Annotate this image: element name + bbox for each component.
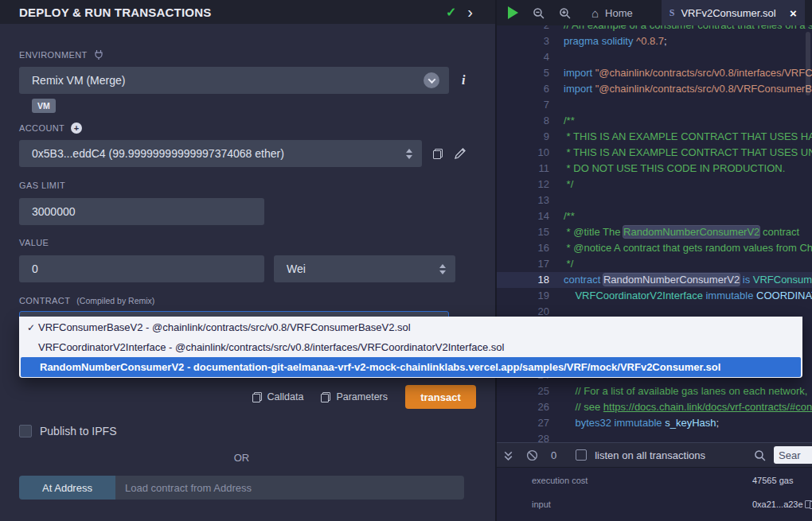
contract-label: CONTRACT [19,296,70,305]
copy-account-icon[interactable] [433,149,443,159]
tab-vrfv2consumer[interactable]: S VRFv2Consumer.sol × [662,0,805,25]
transact-button[interactable]: transact [405,385,476,409]
line-content: */ [564,177,573,192]
line-number: 13 [497,192,557,208]
line-content: */ [564,256,573,272]
at-address-button[interactable]: At Address [19,476,115,500]
line-number: 27 [497,415,557,431]
value-unit-select[interactable]: Wei [274,255,455,282]
tab-file-label: VRFv2Consumer.sol [681,7,775,19]
copy-icon[interactable] [810,500,812,509]
terminal-search-input[interactable] [774,446,812,464]
publish-row: Publish to IPFS [19,425,476,437]
code-line: 8/** [497,113,812,129]
code-line: 16 * @notice A contract that gets random… [497,240,812,256]
copy-calldata-button[interactable]: Calldata [252,391,304,402]
terminal-output: execution cost47565 gasinput0xa21...a23e [497,468,812,521]
terminal-toolbar: 0 listen on all transactions [497,442,812,468]
at-address-input[interactable] [115,476,464,500]
select-stepper-icon [406,149,412,159]
success-check-icon: ✓ [446,5,456,20]
code-line: 15 * @title The RandomNumberConsumerV2 c… [497,224,812,240]
line-number: 25 [497,383,557,399]
terminal-row-key: input [532,500,752,509]
code-line: 7 [497,97,812,113]
line-content: bytes32 immutable s_keyHash; [564,415,719,431]
code-line: 6import "@chainlink/contracts/src/v0.8/V… [497,81,812,97]
edit-account-icon[interactable] [454,147,467,160]
editor-scrollbar[interactable] [806,32,810,95]
line-number: 5 [497,65,557,81]
chevron-right-icon[interactable]: › [467,4,473,20]
environment-select[interactable]: Remix VM (Merge) [19,67,449,94]
code-line: 13 [497,192,812,208]
check-icon: ✓ [24,322,38,333]
line-number: 3 [497,33,557,49]
gas-limit-input[interactable] [19,198,264,225]
line-number: 10 [497,145,557,161]
account-select[interactable]: 0x5B3...eddC4 (99.99999999999997374068 e… [19,140,422,167]
close-tab-icon[interactable]: × [790,7,797,19]
environment-label-row: ENVIRONMENT [19,49,476,60]
line-number: 8 [497,113,557,129]
panel-title: DEPLOY & RUN TRANSACTIONS [19,6,211,19]
copy-icon [252,392,262,402]
contract-label-row: CONTRACT (Compiled by Remix) [19,295,476,306]
line-content: contract RandomNumberConsumerV2 is VRFCo… [564,272,812,288]
plug-icon [94,49,103,60]
line-content: * THIS IS AN EXAMPLE CONTRACT THAT USES … [564,129,812,145]
transaction-count-badge: 0 [551,449,556,461]
code-lines: 2// An example of a consumer contract th… [497,25,812,442]
line-content: /** [564,113,575,129]
tab-home[interactable]: ⌂ Home [584,0,641,25]
line-content: // An example of a consumer contract tha… [564,25,812,33]
terminal-rows: execution cost47565 gasinput0xa21...a23e [532,476,812,509]
value-unit: Wei [287,262,306,275]
listen-all-transactions-checkbox[interactable] [576,449,587,461]
value-label: VALUE [19,237,476,248]
line-content: // see https://docs.chain.link/docs/vrf-… [564,399,812,415]
line-number: 18 [497,272,557,288]
line-number: 19 [497,288,557,304]
code-line: 26 // see https://docs.chain.link/docs/v… [497,399,812,415]
select-stepper-icon [439,264,446,274]
search-icon[interactable] [754,449,766,461]
code-line: 9 * THIS IS AN EXAMPLE CONTRACT THAT USE… [497,129,812,145]
copy-icon [321,392,330,402]
terminal-row-value: 47565 gas [752,476,793,485]
info-icon[interactable]: i [462,73,465,87]
contract-option[interactable]: ✓VRFConsumerBaseV2 - @chainlink/contract… [19,317,802,337]
deploy-run-panel: DEPLOY & RUN TRANSACTIONS ✓ › ENVIRONMEN… [0,0,497,521]
contract-option[interactable]: VRFCoordinatorV2Interface - @chainlink/c… [19,337,802,357]
line-content: * THIS IS AN EXAMPLE CONTRACT THAT USES … [564,145,812,161]
value-input[interactable] [19,255,264,282]
expand-terminal-icon[interactable] [503,449,513,461]
line-content: * DO NOT USE THIS CODE IN PRODUCTION. [564,161,785,177]
plus-circle-icon[interactable]: + [71,122,82,134]
vm-badge: VM [32,99,56,113]
code-line: 25 // For a list of available gas lanes … [497,383,812,399]
line-content: pragma solidity ^0.8.7; [564,33,667,49]
zoom-in-icon[interactable] [559,7,571,19]
account-label: ACCOUNT [19,123,64,133]
copy-parameters-button[interactable]: Parameters [321,391,388,402]
code-editor[interactable]: 2// An example of a consumer contract th… [497,25,812,442]
line-content: /** [564,208,575,224]
line-number: 11 [497,161,557,177]
terminal-row-value: 0xa21...a23e [752,500,803,509]
panel-header: DEPLOY & RUN TRANSACTIONS ✓ › [0,0,495,24]
at-address-row: At Address [19,476,464,500]
line-number: 15 [497,224,557,240]
line-number: 6 [497,81,557,97]
publish-ipfs-checkbox[interactable] [19,425,32,437]
parameters-label: Parameters [336,391,388,402]
gas-limit-label: GAS LIMIT [19,180,476,191]
run-script-icon[interactable] [508,6,518,19]
contract-option[interactable]: RandomNumberConsumerV2 - documentation-g… [21,357,801,377]
line-number: 12 [497,177,557,192]
clear-console-icon[interactable] [526,449,538,461]
zoom-out-icon[interactable] [533,7,545,19]
environment-selector-icon[interactable] [424,72,439,88]
contract-label-note: (Compiled by Remix) [76,296,154,305]
contract-dropdown: ✓VRFConsumerBaseV2 - @chainlink/contract… [19,317,802,378]
